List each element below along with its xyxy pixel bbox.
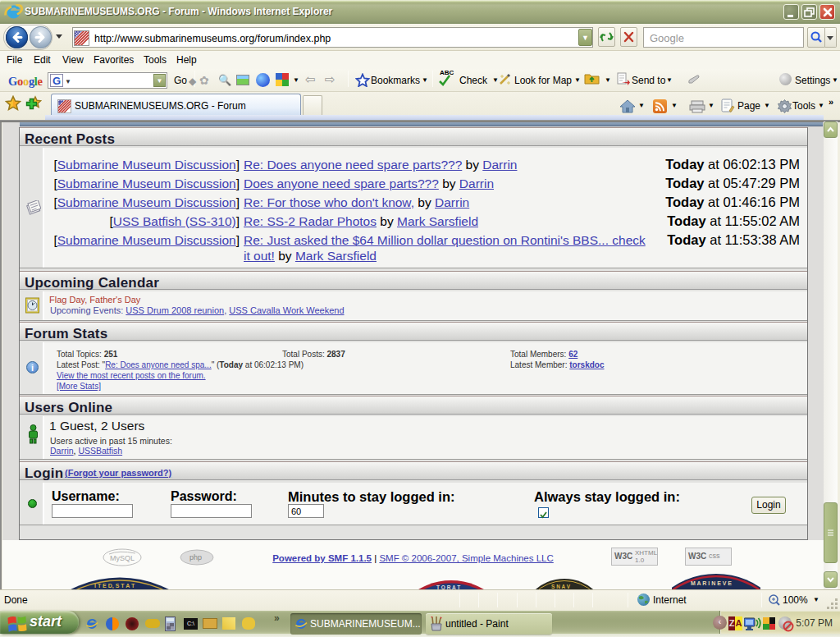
svg-text:S N A V: S N A V xyxy=(551,584,571,589)
svg-text:I T E D, S T A T: I T E D, S T A T xyxy=(94,583,135,589)
svg-text:M A R I N E V E: M A R I N E V E xyxy=(691,580,732,586)
